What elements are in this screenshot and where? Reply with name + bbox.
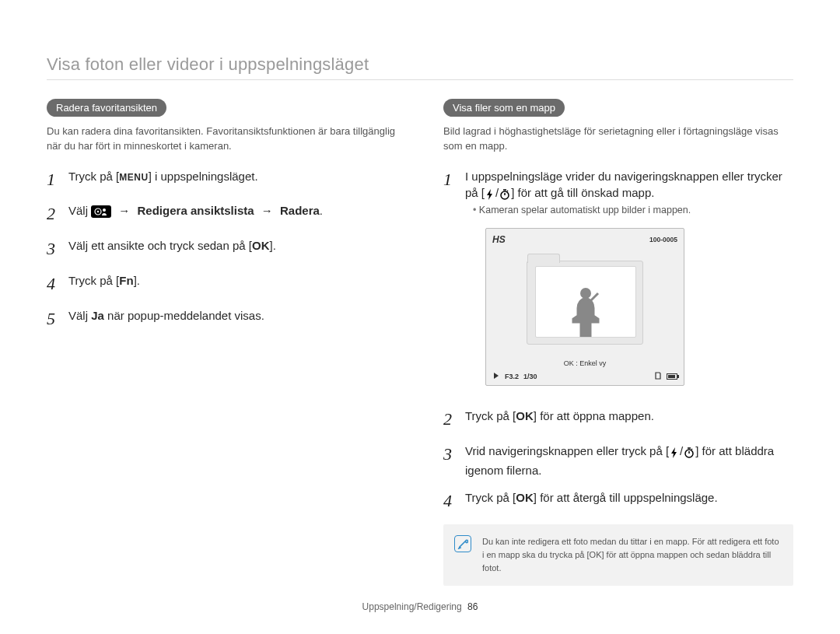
step-text: Välj: [68, 204, 91, 217]
step-text: ] i uppspelningsläget.: [149, 170, 258, 183]
tip-box: Du kan inte redigera ett foto medan du t…: [443, 524, 793, 586]
fn-icon: Fn: [119, 274, 133, 287]
timer-icon: [684, 446, 695, 462]
arrow-icon: →: [261, 204, 273, 217]
step-text: ] för att öppna mappen.: [534, 409, 654, 422]
svg-point-1: [97, 211, 99, 212]
page-footer: Uppspelning/Redigering 86: [47, 586, 793, 612]
steps-left: Tryck på [MENU] i uppspelningsläget. Väl…: [47, 168, 397, 331]
step-note: Kameran spelar automatiskt upp bilder i …: [465, 204, 793, 218]
folder-icon: [527, 261, 643, 345]
shutter-value: 1/30: [523, 372, 537, 382]
preview-caption: OK : Enkel vy: [492, 359, 677, 369]
section-pill-delete-favorites: Radera favoritansikten: [47, 99, 166, 117]
thumbnail: [535, 266, 636, 338]
step-text: Tryck på [: [68, 274, 119, 287]
camera-screen-preview: HS 100-0005: [485, 228, 684, 386]
svg-point-4: [580, 288, 591, 299]
note-icon: [454, 535, 471, 552]
step-text: Välj: [68, 309, 91, 322]
step-text: Tryck på [: [465, 491, 516, 504]
step-bold: Radera: [280, 204, 320, 217]
section-pill-folder-view: Visa filer som en mapp: [443, 99, 565, 117]
step-text: Välj ett ansikte och tryck sedan på [: [68, 239, 252, 252]
step-bold: Ja: [91, 309, 104, 322]
step-text: när popup-meddelandet visas.: [104, 309, 264, 322]
ok-icon: OK: [516, 491, 534, 504]
section-desc: Du kan radera dina favoritansikten. Favo…: [47, 124, 397, 154]
step-text: Vrid navigeringsknappen eller tryck på [: [465, 444, 669, 457]
step-text: ].: [269, 239, 275, 252]
flash-icon: [485, 187, 495, 204]
step-bold: Redigera ansiktslista: [138, 204, 254, 217]
play-icon: [492, 372, 500, 383]
ok-icon: OK: [516, 409, 534, 422]
battery-icon: [667, 373, 677, 380]
right-column: Visa filer som en mapp Bild lagrad i hög…: [443, 99, 793, 586]
left-column: Radera favoritansikten Du kan radera din…: [47, 99, 397, 586]
arrow-icon: →: [118, 204, 130, 217]
sd-icon: [654, 372, 662, 383]
page-number: 86: [467, 601, 478, 612]
footer-label: Uppspelning/Redigering: [362, 601, 462, 612]
aperture-value: F3.2: [505, 372, 519, 382]
slash: /: [495, 186, 499, 199]
timer-icon: [499, 187, 510, 204]
ok-icon: OK: [252, 239, 270, 252]
svg-point-2: [103, 208, 106, 212]
steps-right: I uppspelningsläge vrider du navigerings…: [443, 168, 793, 513]
tip-text: Du kan inte redigera ett foto medan du t…: [482, 535, 782, 575]
step-text: ].: [134, 274, 140, 287]
step-text: Tryck på [: [68, 170, 119, 183]
step-text: ] för att gå till önskad mapp.: [511, 186, 654, 199]
step-text: Tryck på [: [465, 409, 516, 422]
flash-icon: [670, 446, 679, 462]
hs-badge: HS: [492, 233, 506, 247]
section-desc: Bild lagrad i höghastighetsläge för seri…: [443, 124, 793, 154]
step-text: ] för att återgå till uppspelningsläge.: [534, 491, 718, 504]
file-id: 100-0005: [649, 236, 677, 245]
slash: /: [680, 444, 683, 457]
menu-icon: MENU: [119, 172, 148, 183]
gear-person-icon: [91, 205, 111, 218]
page-title: Visa foton eller videor i uppspelningslä…: [47, 54, 793, 80]
